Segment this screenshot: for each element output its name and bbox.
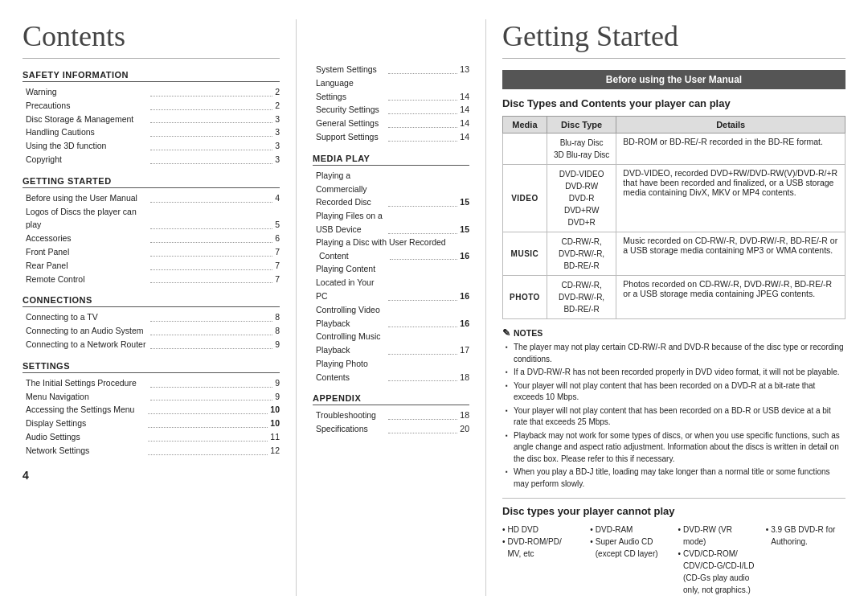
table-cell-media: VIDEO xyxy=(503,165,547,232)
toc-item: Remote Control7 xyxy=(23,273,280,286)
table-cell-disc-type: CD-RW/-R, DVD-RW/-R, BD-RE/-R xyxy=(547,232,616,276)
note-item: Playback may not work for some types of … xyxy=(506,430,845,466)
section-connections: CONNECTIONS xyxy=(23,295,280,307)
getting-started-title: Getting Started xyxy=(502,19,845,59)
table-header-media: Media xyxy=(503,117,547,133)
table-cell-details: BD-ROM or BD-RE/-R recorded in the BD-RE… xyxy=(616,133,845,165)
toc-item: Audio Settings11 xyxy=(23,430,280,444)
toc-item: Front Panel7 xyxy=(23,245,280,259)
section-appendix: APPENDIX xyxy=(313,393,469,405)
toc-item: Accessing the Settings Menu10 xyxy=(23,403,280,417)
toc-item: Specifications20 xyxy=(313,422,469,436)
contents-title: Contents xyxy=(23,19,280,59)
toc-item: Support Settings14 xyxy=(313,130,469,144)
cannot-play-item: •3.9 GB DVD-R forAuthoring. xyxy=(766,524,845,548)
toc-item: Connecting to an Audio System8 xyxy=(23,324,280,338)
toc-item: Content16 xyxy=(313,249,469,263)
table-cell-details: Photos recorded on CD-RW/-R, DVD-RW/-R, … xyxy=(616,276,845,319)
column-divider xyxy=(296,19,297,596)
cannot-play-item: •DVD-RAM xyxy=(590,524,669,536)
toc-item: Logos of Discs the player can play5 xyxy=(23,205,280,232)
toc-item: Disc Storage & Management3 xyxy=(23,113,280,126)
notes-section: ✎ NOTES The player may not play certain … xyxy=(502,327,845,490)
toc-item: Connecting to a Network Router9 xyxy=(23,338,280,351)
cannot-play-col: •HD DVD •DVD-ROM/PD/MV, etc xyxy=(502,524,582,596)
cannot-play-grid: •HD DVD •DVD-ROM/PD/MV, etc •DVD-RAM •Su… xyxy=(502,524,845,596)
note-item: Your player will not play content that h… xyxy=(506,405,845,429)
page-number: 4 xyxy=(23,469,280,482)
toc-item: Before using the User Manual4 xyxy=(23,191,280,205)
toc-item: Accessories6 xyxy=(23,232,280,245)
section-settings: SETTINGS xyxy=(23,361,280,373)
note-item: When you play a BD-J title, loading may … xyxy=(506,466,845,490)
table-header-details: Details xyxy=(616,117,845,133)
disc-table: Media Disc Type Details Blu-ray Disc 3D … xyxy=(502,116,845,319)
toc-item: Precautions2 xyxy=(23,99,280,113)
disc-types-header: Disc Types and Contents your player can … xyxy=(502,97,845,109)
table-cell-disc-type: DVD-VIDEO DVD-RW DVD-R DVD+RW DVD+R xyxy=(547,165,616,232)
cannot-play-col: •DVD-RW (VRmode) •CVD/CD-ROM/CDV/CD-G/CD… xyxy=(678,524,758,596)
toc-item: Troubleshooting18 xyxy=(313,409,469,422)
table-cell-disc-type: Blu-ray Disc 3D Blu-ray Disc xyxy=(547,133,616,165)
toc-item: Playing Photo Contents18 xyxy=(313,357,469,384)
table-row: VIDEO DVD-VIDEO DVD-RW DVD-R DVD+RW DVD+… xyxy=(503,165,845,232)
note-item: If a DVD-RW/-R has not been recorded pro… xyxy=(506,367,845,379)
cannot-play-item: •DVD-ROM/PD/MV, etc xyxy=(502,536,582,560)
toc-item: System Settings13 xyxy=(313,63,469,76)
section-safety-information: SAFETY INFORMATION xyxy=(23,70,280,82)
table-cell-media xyxy=(503,133,547,165)
note-item: Your player will not play content that h… xyxy=(506,380,845,404)
toc-item: Menu Navigation9 xyxy=(23,390,280,404)
note-item: The player may not play certain CD-RW/-R… xyxy=(506,342,845,365)
cannot-play-item: •Super Audio CD(except CD layer) xyxy=(590,536,669,560)
toc-item: The Initial Settings Procedure9 xyxy=(23,376,280,390)
toc-item: Language Settings14 xyxy=(313,76,469,104)
table-row: MUSIC CD-RW/-R, DVD-RW/-R, BD-RE/-R Musi… xyxy=(503,232,845,276)
notes-list: The player may not play certain CD-RW/-R… xyxy=(502,342,845,490)
cannot-play-col: •3.9 GB DVD-R forAuthoring. xyxy=(766,524,845,596)
section-media-play: MEDIA PLAY xyxy=(313,154,469,166)
table-header-disc-type: Disc Type xyxy=(547,117,616,133)
table-row: PHOTO CD-RW/-R, DVD-RW/-R, BD-RE/-R Phot… xyxy=(503,276,845,319)
toc-item: Controlling Video Playback16 xyxy=(313,303,469,331)
toc-item: Copyright3 xyxy=(23,153,280,166)
cannot-play-col: •DVD-RAM •Super Audio CD(except CD layer… xyxy=(590,524,669,596)
toc-item: Playing Content Located in Your PC16 xyxy=(313,262,469,302)
toc-item-multiline: Playing a Disc with User Recorded xyxy=(313,236,469,249)
cannot-play-item: •DVD-RW (VRmode) xyxy=(678,524,758,548)
section-getting-started: GETTING STARTED xyxy=(23,176,280,188)
note-icon: ✎ xyxy=(502,327,510,339)
toc-item: Controlling Music Playback17 xyxy=(313,330,469,357)
toc-item-handling-cautions: Handling Cautions3 xyxy=(23,125,280,139)
toc-item: Network Settings12 xyxy=(23,444,280,458)
notes-header: ✎ NOTES xyxy=(502,327,845,339)
column-divider-2 xyxy=(485,19,486,596)
toc-item: Security Settings14 xyxy=(313,103,469,117)
table-cell-disc-type: CD-RW/-R, DVD-RW/-R, BD-RE/-R xyxy=(547,276,616,319)
toc-item: Using the 3D function3 xyxy=(23,139,280,153)
table-cell-media: PHOTO xyxy=(503,276,547,319)
table-cell-details: DVD-VIDEO, recorded DVD+RW/DVD-RW(V)/DVD… xyxy=(616,165,845,232)
toc-item: Connecting to a TV8 xyxy=(23,310,280,324)
table-row: Blu-ray Disc 3D Blu-ray Disc BD-ROM or B… xyxy=(503,133,845,165)
toc-item: Warning2 xyxy=(23,85,280,99)
notes-label: NOTES xyxy=(514,328,542,338)
cannot-play-item: •CVD/CD-ROM/CDV/CD-G/CD-I/LD(CD-Gs play … xyxy=(678,548,758,596)
toc-item: General Settings14 xyxy=(313,117,469,130)
cannot-play-item: •HD DVD xyxy=(502,524,582,536)
table-cell-details: Music recorded on CD-RW/-R, DVD-RW/-R, B… xyxy=(616,232,845,276)
table-cell-media: MUSIC xyxy=(503,232,547,276)
toc-item: Playing a Commercially Recorded Disc15 xyxy=(313,169,469,209)
toc-item: Display Settings10 xyxy=(23,417,280,430)
cannot-play-header: Disc types your player cannot play xyxy=(502,498,845,517)
banner: Before using the User Manual xyxy=(502,70,845,89)
toc-item: Rear Panel7 xyxy=(23,259,280,273)
toc-item: Playing Files on a USB Device15 xyxy=(313,209,469,236)
